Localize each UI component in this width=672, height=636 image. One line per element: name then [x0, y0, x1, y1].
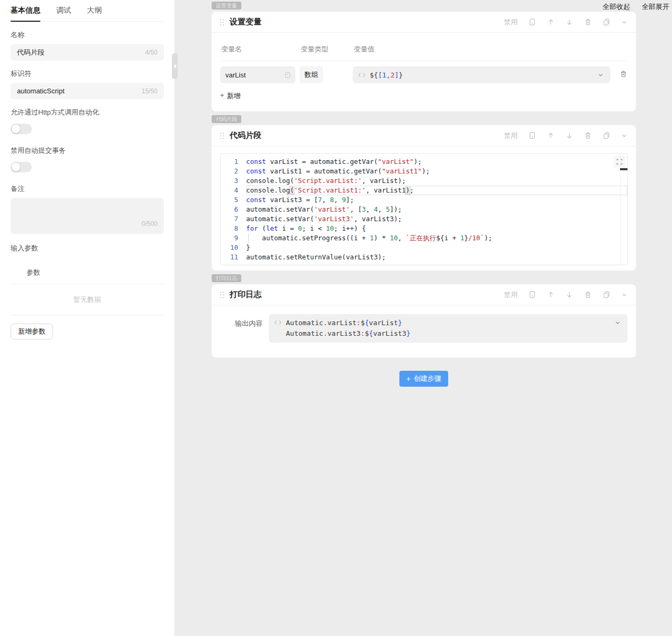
var-name-value: varList [225, 71, 246, 79]
card-header: 设置变量 禁用 [212, 12, 636, 33]
step-type-tag: 打印日志 [212, 274, 241, 282]
step-code-snippet: 代码片段 代码片段 禁用 1const varList = automatic.… [212, 114, 636, 271]
copy-icon[interactable] [603, 18, 610, 26]
chevron-down-icon[interactable] [597, 72, 604, 79]
disable-step-button[interactable]: 禁用 [504, 18, 518, 27]
identifier-counter: 15/50 [142, 88, 158, 95]
copy-icon[interactable] [603, 291, 610, 299]
identifier-value: automaticScript [17, 87, 65, 95]
tab-outline[interactable]: 大纲 [87, 6, 102, 21]
name-label: 名称 [11, 30, 164, 40]
sidebar-tabs: 基本信息 调试 大纲 [11, 0, 164, 22]
card-title: 设置变量 [230, 17, 261, 27]
code-editor[interactable]: 1const varList = automatic.getVar("varLi… [220, 153, 628, 265]
copy-icon[interactable] [603, 132, 610, 140]
column-var-type: 变量类型 [301, 45, 354, 54]
move-up-icon[interactable] [547, 132, 555, 140]
identifier-label: 标识符 [11, 69, 164, 79]
sidebar: 基本信息 调试 大纲 名称 代码片段 4/50 标识符 automaticScr… [0, 0, 175, 636]
code-lines: 1const varList = automatic.getVar("varLi… [221, 157, 627, 262]
card-actions: 禁用 [504, 18, 627, 27]
card-actions: 禁用 [504, 290, 627, 300]
scrollbar-thumb[interactable] [620, 168, 627, 170]
var-value-text: ${[1,2]} [370, 71, 403, 79]
top-actions: 全部收起 全部展开 [603, 2, 669, 12]
column-var-name: 变量名 [221, 45, 301, 54]
drag-handle-icon[interactable] [220, 292, 224, 298]
param-column-header: 参数 [11, 263, 164, 284]
plus-icon: + [220, 91, 224, 101]
output-content-input[interactable]: Automatic.varList:${varList}Automatic.va… [269, 314, 627, 343]
tx-toggle-label: 禁用自动提交事务 [11, 146, 164, 155]
chevron-down-icon[interactable] [621, 19, 627, 25]
delete-row-button[interactable] [619, 70, 627, 80]
card-header: 代码片段 禁用 [212, 125, 636, 146]
tx-toggle[interactable] [11, 162, 32, 172]
var-name-input[interactable]: varList [220, 66, 295, 83]
add-variable-button[interactable]: + 新增 [220, 91, 241, 101]
disable-step-button[interactable]: 禁用 [504, 131, 518, 141]
document-icon[interactable] [528, 291, 536, 299]
automation-editor: 基本信息 调试 大纲 名称 代码片段 4/50 标识符 automaticScr… [0, 0, 672, 636]
name-input[interactable]: 代码片段 4/50 [11, 44, 164, 60]
document-icon[interactable] [528, 18, 536, 26]
move-up-icon[interactable] [547, 18, 555, 26]
collapse-left-icon [173, 64, 176, 68]
main-area: 全部收起 全部展开 设置变量 设置变量 禁用 变量名 [175, 0, 672, 636]
delete-icon[interactable] [584, 18, 592, 26]
name-value: 代码片段 [17, 48, 45, 57]
delete-icon[interactable] [584, 291, 592, 299]
output-content-text: Automatic.varList:${varList}Automatic.va… [286, 318, 411, 339]
var-type-select[interactable]: 数组 [300, 66, 323, 83]
identifier-input[interactable]: automaticScript 15/50 [11, 83, 164, 99]
delete-icon[interactable] [584, 132, 592, 140]
chevron-down-icon[interactable] [614, 319, 621, 326]
move-down-icon[interactable] [565, 132, 573, 140]
http-toggle[interactable] [11, 124, 32, 134]
create-step-label: 创建步骤 [414, 374, 441, 384]
remark-textarea[interactable]: 0/500 [11, 198, 164, 234]
add-variable-label: 新增 [227, 91, 241, 101]
toggle-knob [12, 125, 20, 133]
move-down-icon[interactable] [565, 18, 573, 26]
create-step-button[interactable]: + 创建步骤 [399, 371, 448, 387]
step-set-variable: 设置变量 设置变量 禁用 变量名 变量类型 变量值 [212, 0, 636, 111]
card-actions: 禁用 [504, 131, 627, 141]
http-toggle-label: 允许通过Http方式调用自动化 [11, 108, 164, 117]
remark-label: 备注 [11, 184, 164, 194]
document-icon[interactable] [528, 132, 536, 140]
step-print-log: 打印日志 打印日志 禁用 输出内容 Automatic.varList:${va… [212, 273, 636, 358]
sidebar-collapse-handle[interactable] [172, 53, 178, 79]
code-snippet-card: 代码片段 禁用 1const varList = automatic.getVa… [212, 125, 636, 271]
move-up-icon[interactable] [547, 291, 555, 299]
expand-all-button[interactable]: 全部展开 [642, 2, 669, 12]
tab-basic-info[interactable]: 基本信息 [11, 6, 40, 22]
chevron-down-icon[interactable] [621, 133, 627, 139]
move-down-icon[interactable] [565, 291, 573, 299]
code-icon [274, 319, 282, 326]
step-type-tag: 代码片段 [212, 115, 241, 123]
var-value-input[interactable]: ${[1,2]} [353, 66, 610, 83]
chevron-down-icon[interactable] [621, 292, 627, 298]
input-params-label: 输入参数 [11, 243, 164, 253]
delete-icon [619, 70, 627, 78]
remark-counter: 0/500 [142, 220, 158, 228]
tab-debug[interactable]: 调试 [56, 6, 71, 21]
variable-table-header: 变量名 变量类型 变量值 [220, 39, 627, 61]
disable-step-button[interactable]: 禁用 [504, 290, 518, 300]
card-header: 打印日志 禁用 [212, 284, 636, 306]
step-type-tag: 设置变量 [212, 2, 241, 10]
drag-handle-icon[interactable] [220, 133, 224, 139]
add-param-button[interactable]: 新增参数 [11, 324, 53, 339]
drag-handle-icon[interactable] [220, 19, 224, 25]
print-log-card: 打印日志 禁用 输出内容 Automatic.varList:${varList… [212, 284, 636, 358]
collapse-all-button[interactable]: 全部收起 [603, 2, 630, 12]
card-title: 打印日志 [230, 290, 261, 300]
editor-scrollbar[interactable] [620, 154, 627, 265]
card-title: 代码片段 [230, 130, 261, 141]
variable-row: varList 数组 ${[1,2]} [220, 66, 627, 83]
column-var-value: 变量值 [354, 45, 626, 54]
name-counter: 4/50 [145, 49, 158, 56]
plus-icon: + [406, 374, 411, 383]
toggle-knob [12, 163, 20, 171]
